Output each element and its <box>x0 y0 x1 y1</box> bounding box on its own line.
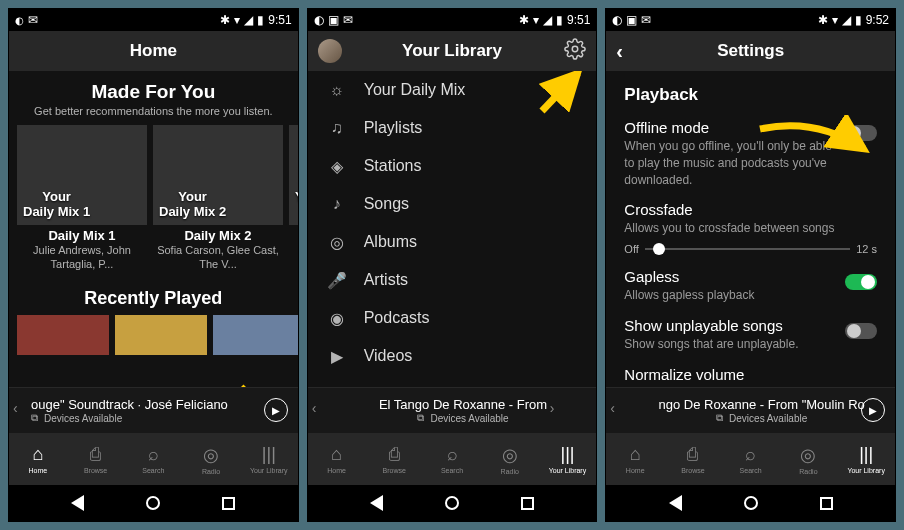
tab-home[interactable]: ⌂Home <box>606 433 664 485</box>
status-bar: ◐ ▣ ✉ ✱ ▾ ◢ ▮ 9:51 <box>308 9 597 31</box>
tab-search[interactable]: ⌕Search <box>124 433 182 485</box>
back-icon[interactable]: ‹ <box>616 40 623 63</box>
status-icon: ◐ <box>314 13 324 27</box>
library-item-stations[interactable]: ◈Stations <box>308 147 597 185</box>
tab-browse[interactable]: ⎙Browse <box>67 433 125 485</box>
daily-mix-row[interactable]: YourDaily Mix 1 Daily Mix 1 Julie Andrew… <box>17 125 298 272</box>
screen-home: ◐ ✉ ✱ ▾ ◢ ▮ 9:51 Home Made For You Get b… <box>8 8 299 522</box>
gapless-toggle[interactable] <box>845 274 877 290</box>
section-title: Made For You <box>9 81 298 103</box>
library-item-albums[interactable]: ◎Albums <box>308 223 597 261</box>
video-icon: ▶ <box>326 347 348 366</box>
tab-library[interactable]: |||Your Library <box>837 433 895 485</box>
status-icon: ✉ <box>28 13 38 27</box>
wifi-icon: ▾ <box>234 13 240 27</box>
now-playing-track: El Tango De Roxanne - From <box>330 397 597 412</box>
signal-icon: ◢ <box>842 13 851 27</box>
tab-library[interactable]: |||Your Library <box>539 433 597 485</box>
now-playing-bar[interactable]: ‹ ouge" Soundtrack · José Feliciano ⧉Dev… <box>9 387 298 433</box>
nav-recent-icon[interactable] <box>521 497 534 510</box>
tab-radio[interactable]: ◎Radio <box>481 433 539 485</box>
avatar[interactable] <box>318 39 342 63</box>
play-button[interactable]: ▶ <box>861 398 885 422</box>
wifi-icon: ▾ <box>533 13 539 27</box>
offline-toggle[interactable] <box>845 125 877 141</box>
setting-crossfade: Crossfade Allows you to crossfade betwee… <box>624 201 877 255</box>
status-time: 9:52 <box>866 13 889 27</box>
library-item-daily-mix[interactable]: ☼Your Daily Mix <box>308 71 597 109</box>
gear-icon[interactable] <box>564 38 586 65</box>
play-button[interactable]: ▶ <box>264 398 288 422</box>
nav-back-icon[interactable] <box>71 495 84 511</box>
browse-icon: ⎙ <box>687 444 698 465</box>
chevron-left-icon[interactable]: ‹ <box>610 400 615 416</box>
setting-normalize[interactable]: Normalize volume <box>624 366 877 383</box>
status-time: 9:51 <box>567 13 590 27</box>
now-playing-bar[interactable]: ‹ ngo De Roxanne - From "Moulin Ro ⧉Devi… <box>606 387 895 433</box>
search-icon: ⌕ <box>745 444 756 465</box>
daily-mix-card[interactable]: YourDaily Mix 1 Daily Mix 1 Julie Andrew… <box>17 125 147 272</box>
signal-icon: ◢ <box>244 13 253 27</box>
nav-home-icon[interactable] <box>744 496 758 510</box>
bottom-tabs: ⌂Home ⎙Browse ⌕Search ◎Radio |||Your Lib… <box>308 433 597 485</box>
tab-home[interactable]: ⌂Home <box>308 433 366 485</box>
tab-browse[interactable]: ⎙Browse <box>365 433 423 485</box>
radio-icon: ◎ <box>502 444 518 466</box>
chevron-left-icon[interactable]: ‹ <box>312 400 317 416</box>
bottom-tabs: ⌂Home ⎙Browse ⌕Search ◎Radio |||Your Lib… <box>9 433 298 485</box>
tab-search[interactable]: ⌕Search <box>722 433 780 485</box>
unplayable-toggle[interactable] <box>845 323 877 339</box>
now-playing-track: ngo De Roxanne - From "Moulin Ro <box>628 397 895 412</box>
library-item-songs[interactable]: ♪Songs <box>308 185 597 223</box>
section-title: Recently Played <box>9 288 298 309</box>
daily-mix-card[interactable]: YourDaily Mix 2 Daily Mix 2 Sofia Carson… <box>153 125 283 272</box>
page-title: Settings <box>717 41 784 61</box>
wifi-icon: ▾ <box>832 13 838 27</box>
signal-icon: ◢ <box>543 13 552 27</box>
status-icon: ▣ <box>328 13 339 27</box>
recent-thumb[interactable] <box>115 315 207 355</box>
recent-thumb[interactable] <box>213 315 298 355</box>
library-item-podcasts[interactable]: ◉Podcasts <box>308 299 597 337</box>
chevron-right-icon[interactable]: › <box>550 400 555 416</box>
recent-row[interactable] <box>17 315 298 355</box>
setting-offline[interactable]: Offline mode When you go offline, you'll… <box>624 119 877 188</box>
mic-icon: 🎤 <box>326 271 348 290</box>
nav-back-icon[interactable] <box>669 495 682 511</box>
radio-icon: ◎ <box>203 444 219 466</box>
header-bar: Home <box>9 31 298 71</box>
library-icon: ||| <box>859 444 873 465</box>
header-bar: Your Library <box>308 31 597 71</box>
recent-thumb[interactable] <box>17 315 109 355</box>
battery-icon: ▮ <box>556 13 563 27</box>
now-playing-bar[interactable]: ‹ › El Tango De Roxanne - From ⧉Devices … <box>308 387 597 433</box>
setting-gapless[interactable]: Gapless Allows gapless playback <box>624 268 877 304</box>
setting-unplayable[interactable]: Show unplayable songs Show songs that ar… <box>624 317 877 353</box>
tab-radio[interactable]: ◎Radio <box>182 433 240 485</box>
broadcast-icon: ◈ <box>326 157 348 176</box>
nav-back-icon[interactable] <box>370 495 383 511</box>
library-item-videos[interactable]: ▶Videos <box>308 337 597 375</box>
sun-icon: ☼ <box>326 81 348 99</box>
tab-home[interactable]: ⌂Home <box>9 433 67 485</box>
daily-mix-card[interactable]: YourDa Da Ka Stev... <box>289 125 298 272</box>
podcast-icon: ◉ <box>326 309 348 328</box>
tab-browse[interactable]: ⎙Browse <box>664 433 722 485</box>
battery-icon: ▮ <box>257 13 264 27</box>
nav-recent-icon[interactable] <box>222 497 235 510</box>
devices-icon: ⧉ <box>417 412 424 424</box>
card-subtitle: Sofia Carson, Glee Cast, The V... <box>153 243 283 272</box>
tab-search[interactable]: ⌕Search <box>423 433 481 485</box>
nav-home-icon[interactable] <box>445 496 459 510</box>
devices-label: Devices Available <box>44 413 122 424</box>
chevron-left-icon[interactable]: ‹ <box>13 400 18 416</box>
browse-icon: ⎙ <box>90 444 101 465</box>
nav-home-icon[interactable] <box>146 496 160 510</box>
library-item-playlists[interactable]: ♫Playlists <box>308 109 597 147</box>
tab-library[interactable]: |||Your Library <box>240 433 298 485</box>
devices-icon: ⧉ <box>31 412 38 424</box>
crossfade-slider[interactable] <box>645 248 850 250</box>
nav-recent-icon[interactable] <box>820 497 833 510</box>
library-item-artists[interactable]: 🎤Artists <box>308 261 597 299</box>
tab-radio[interactable]: ◎Radio <box>780 433 838 485</box>
